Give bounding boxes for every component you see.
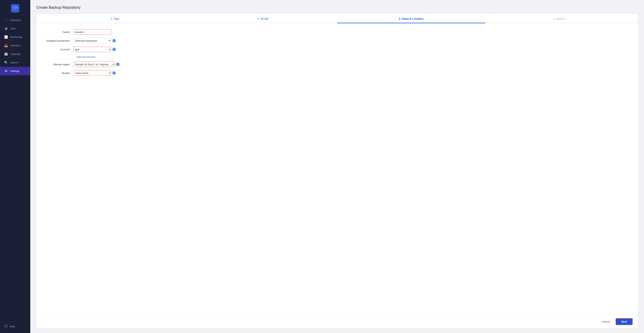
form-row-wasabi-region: Wasabi region: Wasabi US East 2 (N. Virg… — [43, 62, 631, 67]
sidebar-item-overview[interactable]: ⌂ Overview — [0, 16, 30, 24]
transporter-info-icon[interactable]: i — [112, 39, 116, 42]
help-icon: ? — [4, 325, 8, 328]
wasabi-region-info-icon[interactable]: i — [116, 63, 120, 66]
main-content: Create Backup Repository 1. Type 2. Vend… — [30, 0, 644, 333]
wizard-card: 1. Type 2. Vendor 3. Name & Location 4. … — [36, 14, 638, 328]
shield-icon: 🛡 — [11, 4, 19, 12]
step-name-location[interactable]: 3. Name & Location — [337, 14, 485, 23]
bucket-info-icon[interactable]: i — [112, 71, 116, 75]
sidebar-item-label: Jobs — [10, 27, 16, 30]
wizard-steps: 1. Type 2. Vendor 3. Name & Location 4. … — [36, 14, 638, 23]
settings-icon: ⚙ — [4, 69, 8, 73]
wasabi-region-label: Wasabi region: — [43, 63, 74, 66]
transporter-select[interactable]: Onboard transporter — [74, 38, 111, 43]
help-item[interactable]: ? Help — [0, 322, 30, 331]
sidebar-item-label: Overview — [10, 19, 21, 22]
help-label: Help — [10, 325, 15, 328]
jobs-icon: ▦ — [4, 27, 8, 30]
wasabi-region-control-wrap: Wasabi US East 2 (N. Virginia) i — [74, 62, 120, 67]
sidebar-item-label: Calendar — [10, 52, 20, 56]
form-row-transporter: Assigned transporter: Onboard transporte… — [43, 38, 631, 43]
activities-icon: 📥 — [4, 44, 8, 47]
page-content: Create Backup Repository 1. Type 2. Vend… — [30, 0, 644, 333]
cancel-button[interactable]: Cancel — [598, 318, 613, 325]
sidebar-item-label: Search — [10, 61, 18, 64]
name-control-wrap — [74, 29, 111, 34]
sidebar-item-label: Activities — [10, 44, 20, 47]
account-select[interactable]: gp4 — [74, 47, 111, 52]
step-options[interactable]: 4. Options — [485, 14, 634, 23]
sidebar-item-search[interactable]: 🔍 Search — [0, 58, 30, 67]
calendar-icon: 📅 — [4, 52, 8, 56]
sidebar: 🛡 ⌂ Overview ▦ Jobs 📈 Monitoring 📥 Activ… — [0, 0, 30, 333]
name-input[interactable] — [74, 29, 111, 34]
transporter-control-wrap: Onboard transporter i — [74, 38, 116, 43]
step-vendor[interactable]: 2. Vendor — [189, 14, 337, 23]
sidebar-item-jobs[interactable]: ▦ Jobs — [0, 24, 30, 33]
add-account-link[interactable]: Add new account — [76, 56, 631, 58]
name-label: Name: — [43, 31, 74, 34]
sidebar-item-activities[interactable]: 📥 Activities — [0, 41, 30, 50]
sidebar-item-settings[interactable]: ⚙ Settings — [0, 67, 30, 75]
sidebar-item-monitoring[interactable]: 📈 Monitoring — [0, 33, 30, 41]
sidebar-item-calendar[interactable]: 📅 Calendar — [0, 50, 30, 58]
wasabi-region-select[interactable]: Wasabi US East 2 (N. Virginia) — [74, 62, 115, 67]
search-icon: 🔍 — [4, 61, 8, 64]
step-type[interactable]: 1. Type — [41, 14, 189, 23]
home-icon: ⌂ — [4, 18, 8, 22]
form-row-account: Account: gp4 i — [43, 47, 631, 52]
wizard-body: Name: Assigned transporter: Onboard tran… — [36, 23, 638, 315]
bucket-control-wrap: nakivo-test2 i — [74, 70, 116, 76]
next-button[interactable]: Next — [616, 318, 633, 325]
sidebar-logo: 🛡 — [0, 0, 30, 16]
monitoring-icon: 📈 — [4, 35, 8, 39]
sidebar-nav: ⌂ Overview ▦ Jobs 📈 Monitoring 📥 Activit… — [0, 16, 30, 322]
account-label: Account: — [43, 48, 74, 51]
sidebar-item-label: Settings — [10, 70, 20, 72]
account-control-wrap: gp4 i — [74, 47, 116, 52]
wizard-footer: Cancel Next — [36, 315, 638, 328]
account-info-icon[interactable]: i — [112, 48, 116, 51]
bucket-label: Bucket: — [43, 72, 74, 74]
page-title: Create Backup Repository — [36, 5, 638, 10]
transporter-label: Assigned transporter: — [43, 39, 74, 42]
sidebar-item-label: Monitoring — [10, 36, 22, 38]
form-row-name: Name: — [43, 29, 631, 34]
bucket-select[interactable]: nakivo-test2 — [74, 70, 111, 76]
form-row-bucket: Bucket: nakivo-test2 i — [43, 70, 631, 76]
